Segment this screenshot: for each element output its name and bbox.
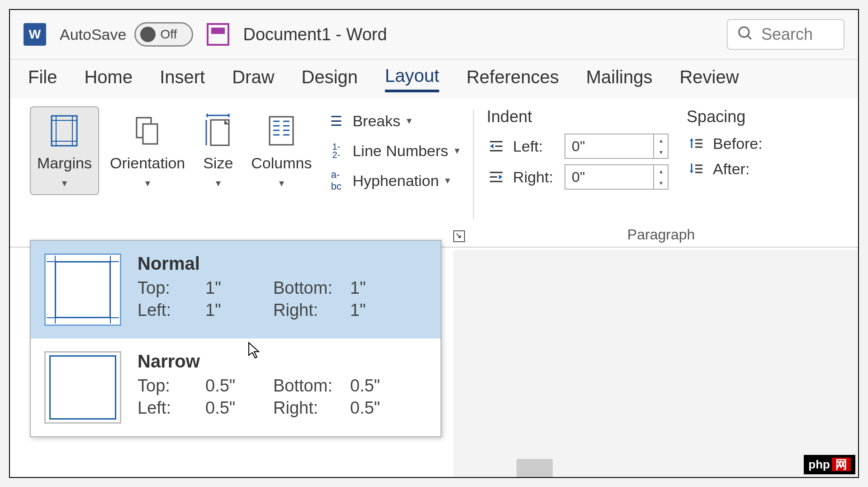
autosave-label: AutoSave <box>60 26 126 43</box>
margins-option-normal[interactable]: Normal Top: 1" Bottom: 1" Left: 1" Right… <box>31 241 441 339</box>
word-logo-icon: W <box>24 23 46 46</box>
spacing-heading: Spacing <box>687 107 758 126</box>
chevron-down-icon: ▾ <box>62 177 67 189</box>
indent-right-label: Right: <box>513 168 558 186</box>
right-value: 1" <box>350 301 404 320</box>
margins-icon <box>48 113 80 149</box>
hyphenation-label: Hyphenation <box>352 172 439 190</box>
spacing-after-icon <box>687 159 707 179</box>
margins-button[interactable]: Margins ▾ <box>30 106 99 195</box>
autosave-toggle[interactable]: Off <box>134 22 193 47</box>
ribbon-tabs: File Home Insert Draw Design Layout Refe… <box>10 60 858 98</box>
tab-layout[interactable]: Layout <box>385 66 439 92</box>
breaks-label: Breaks <box>352 112 400 130</box>
left-label: Left: <box>138 398 205 418</box>
breaks-button[interactable]: ☰ Breaks ▾ <box>326 111 460 131</box>
indent-left-label: Left: <box>513 138 558 155</box>
line-numbers-label: Line Numbers <box>352 142 448 160</box>
hyphenation-button[interactable]: a-bc Hyphenation ▾ <box>326 171 460 191</box>
svg-rect-14 <box>270 117 293 145</box>
indent-right-spinner[interactable]: 0" ▴▾ <box>564 164 669 190</box>
group-separator <box>473 109 474 220</box>
watermark-text2: 网 <box>832 458 851 471</box>
autosave-state: Off <box>160 27 177 42</box>
right-value: 0.5" <box>350 398 404 418</box>
indent-left-value: 0" <box>565 138 653 155</box>
ribbon: Margins ▾ Orientation ▾ Size ▾ <box>10 98 858 248</box>
columns-button[interactable]: Columns ▾ <box>245 106 318 195</box>
search-placeholder: Search <box>761 25 813 44</box>
chevron-down-icon: ▾ <box>407 115 412 127</box>
svg-line-1 <box>748 36 751 39</box>
spinner-up[interactable]: ▴ <box>654 165 668 177</box>
orientation-icon <box>132 113 163 149</box>
document-area[interactable] <box>453 250 858 477</box>
spinner-down[interactable]: ▾ <box>654 177 668 189</box>
size-icon <box>202 113 234 149</box>
tab-file[interactable]: File <box>28 67 57 91</box>
right-label: Right: <box>273 301 350 320</box>
margins-dropdown: Normal Top: 1" Bottom: 1" Left: 1" Right… <box>30 240 441 437</box>
orientation-button[interactable]: Orientation ▾ <box>104 106 191 195</box>
watermark: php网 <box>804 455 855 474</box>
svg-rect-8 <box>143 124 157 144</box>
bottom-label: Bottom: <box>273 376 350 396</box>
chevron-down-icon: ▾ <box>445 175 450 186</box>
autosave-control[interactable]: AutoSave Off <box>60 22 193 47</box>
search-icon <box>737 25 754 44</box>
columns-icon <box>266 113 297 149</box>
tab-references[interactable]: References <box>466 67 559 91</box>
save-icon[interactable] <box>207 23 229 46</box>
tab-review[interactable]: Review <box>679 67 739 91</box>
toggle-knob-icon <box>140 27 156 42</box>
top-label: Top: <box>138 278 205 298</box>
tab-home[interactable]: Home <box>84 67 133 91</box>
spinner-up[interactable]: ▴ <box>654 134 668 146</box>
line-numbers-button[interactable]: 1-2- Line Numbers ▾ <box>326 141 460 161</box>
left-value: 1" <box>205 301 273 320</box>
bottom-value: 0.5" <box>350 376 404 396</box>
paragraph-caption: Paragraph <box>627 226 695 243</box>
page-setup-group: Margins ▾ Orientation ▾ Size ▾ <box>24 103 470 247</box>
spacing-before-icon <box>687 134 707 153</box>
line-numbers-icon: 1-2- <box>326 141 346 161</box>
size-button[interactable]: Size ▾ <box>196 106 240 195</box>
margin-option-title: Normal <box>138 253 427 274</box>
tab-mailings[interactable]: Mailings <box>586 67 653 91</box>
right-label: Right: <box>273 398 350 418</box>
indent-left-icon <box>487 136 507 156</box>
margin-preview-icon <box>44 351 121 424</box>
top-label: Top: <box>138 376 205 396</box>
bottom-value: 1" <box>350 278 404 298</box>
bottom-label: Bottom: <box>273 278 350 298</box>
hyphenation-icon: a-bc <box>326 171 346 191</box>
spinner-down[interactable]: ▾ <box>654 146 668 158</box>
tab-draw[interactable]: Draw <box>232 67 274 91</box>
left-value: 0.5" <box>205 398 273 418</box>
chevron-down-icon: ▾ <box>145 177 150 189</box>
chevron-down-icon: ▾ <box>279 177 284 189</box>
margin-option-title: Narrow <box>138 351 427 372</box>
titlebar: W AutoSave Off Document1 - Word Search <box>10 10 858 60</box>
indent-heading: Indent <box>487 107 669 126</box>
top-value: 1" <box>205 278 273 298</box>
indent-right-value: 0" <box>565 169 653 186</box>
svg-point-0 <box>739 27 749 37</box>
tab-insert[interactable]: Insert <box>160 67 205 91</box>
page-setup-dialog-launcher[interactable] <box>453 230 465 242</box>
page-edge <box>517 459 553 477</box>
margins-label: Margins <box>37 154 92 172</box>
search-input[interactable]: Search <box>727 19 844 50</box>
chevron-down-icon: ▾ <box>216 177 221 189</box>
chevron-down-icon: ▾ <box>455 145 460 157</box>
spacing-after-label: After: <box>713 160 758 178</box>
spacing-before-label: Before: <box>713 135 758 153</box>
indent-left-spinner[interactable]: 0" ▴▾ <box>564 134 669 159</box>
margins-option-narrow[interactable]: Narrow Top: 0.5" Bottom: 0.5" Left: 0.5"… <box>31 339 441 436</box>
top-value: 0.5" <box>205 376 273 396</box>
columns-label: Columns <box>251 154 312 172</box>
tab-design[interactable]: Design <box>302 67 358 91</box>
paragraph-group: Indent Left: 0" ▴▾ <box>478 103 844 247</box>
watermark-text1: php <box>808 458 830 471</box>
margin-preview-icon <box>44 253 121 326</box>
